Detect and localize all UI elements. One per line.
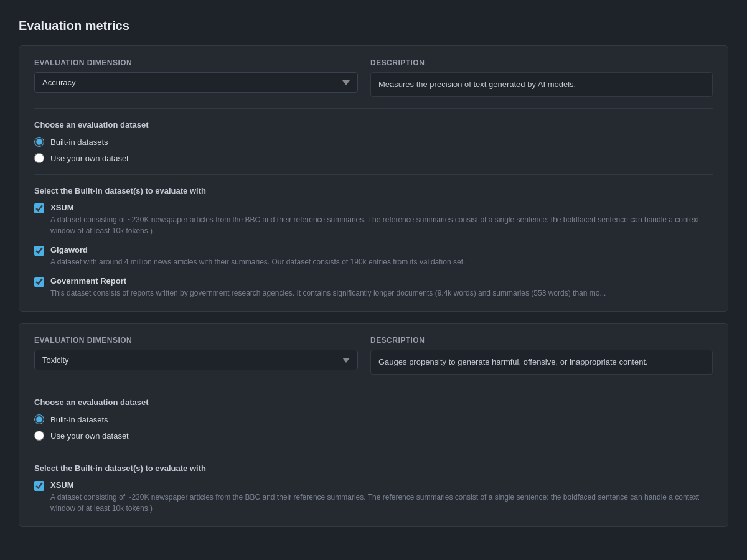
dimension-label-1: Evaluation dimension (34, 336, 358, 345)
dataset-item-0-2: Government ReportThis dataset consists o… (34, 276, 713, 299)
dataset-desc-xsum-1: A dataset consisting of ~230K newspaper … (50, 214, 713, 236)
checkbox-group-0: XSUMA dataset consisting of ~230K newspa… (34, 203, 713, 299)
checkbox-xsum-1[interactable] (34, 203, 44, 213)
divider-1-0 (34, 108, 713, 109)
divider-1-1 (34, 386, 713, 386)
dataset-item-0-1: GigawordA dataset with around 4 million … (34, 245, 713, 268)
dataset-desc-govreport-1: This dataset consists of reports written… (50, 287, 606, 299)
radio-input-own-2[interactable] (34, 431, 44, 441)
divider-2-0 (34, 174, 713, 175)
checkbox-group-1: XSUMA dataset consisting of ~230K newspa… (34, 480, 713, 514)
checkbox-xsum-2[interactable] (34, 481, 44, 491)
dataset-text-xsum-1: XSUMA dataset consisting of ~230K newspa… (50, 203, 713, 236)
checkbox-gigaword-1[interactable] (34, 246, 44, 256)
page-title: Evaluation metrics (19, 19, 728, 33)
dataset-text-govreport-1: Government ReportThis dataset consists o… (50, 276, 606, 299)
evaluation-card-0: Evaluation dimensionAccuracyToxicityFlue… (19, 45, 728, 312)
dataset-title-gigaword-1: Gigaword (50, 245, 465, 254)
radio-input-own-1[interactable] (34, 153, 44, 163)
radio-label-own-1: Use your own dataset (50, 154, 129, 163)
dataset-text-gigaword-1: GigawordA dataset with around 4 million … (50, 245, 465, 268)
radio-item-1-1[interactable]: Use your own dataset (34, 431, 713, 441)
dataset-title-govreport-1: Government Report (50, 276, 606, 286)
dataset-title-xsum-1: XSUM (50, 203, 713, 212)
description-text-0: Measures the precision of text generated… (370, 72, 713, 97)
dataset-title-xsum-2: XSUM (50, 480, 713, 490)
radio-item-0-1[interactable]: Use your own dataset (34, 153, 713, 163)
radio-input-builtin-2[interactable] (34, 414, 44, 424)
radio-group-0: Built-in datasetsUse your own dataset (34, 137, 713, 163)
description-label-0: Description (370, 58, 713, 67)
radio-label-builtin-2: Built-in datasets (50, 415, 108, 424)
description-text-1: Gauges propensity to generate harmful, o… (370, 350, 713, 375)
dataset-item-0-0: XSUMA dataset consisting of ~230K newspa… (34, 203, 713, 236)
evaluation-card-1: Evaluation dimensionAccuracyToxicityFlue… (19, 323, 728, 527)
radio-input-builtin-1[interactable] (34, 137, 44, 147)
dataset-desc-xsum-2: A dataset consisting of ~230K newspaper … (50, 492, 713, 514)
builtin-title-0: Select the Built-in dataset(s) to evalua… (34, 186, 713, 195)
dimension-label-0: Evaluation dimension (34, 58, 358, 67)
dataset-item-1-0: XSUMA dataset consisting of ~230K newspa… (34, 480, 713, 514)
builtin-title-1: Select the Built-in dataset(s) to evalua… (34, 464, 713, 473)
dataset-text-xsum-2: XSUMA dataset consisting of ~230K newspa… (50, 480, 713, 514)
dimension-dropdown-0[interactable]: AccuracyToxicityFluencyCoherence (34, 72, 358, 93)
radio-label-builtin-1: Built-in datasets (50, 138, 108, 147)
checkbox-govreport-1[interactable] (34, 277, 44, 287)
dataset-desc-gigaword-1: A dataset with around 4 million news art… (50, 256, 465, 268)
description-label-1: Description (370, 336, 713, 345)
radio-label-own-2: Use your own dataset (50, 431, 129, 441)
radio-item-1-0[interactable]: Built-in datasets (34, 414, 713, 424)
choose-dataset-title-0: Choose an evaluation dataset (34, 120, 713, 129)
radio-item-0-0[interactable]: Built-in datasets (34, 137, 713, 147)
divider-2-1 (34, 452, 713, 452)
choose-dataset-title-1: Choose an evaluation dataset (34, 398, 713, 407)
dimension-dropdown-1[interactable]: AccuracyToxicityFluencyCoherence (34, 350, 358, 370)
radio-group-1: Built-in datasetsUse your own dataset (34, 414, 713, 441)
